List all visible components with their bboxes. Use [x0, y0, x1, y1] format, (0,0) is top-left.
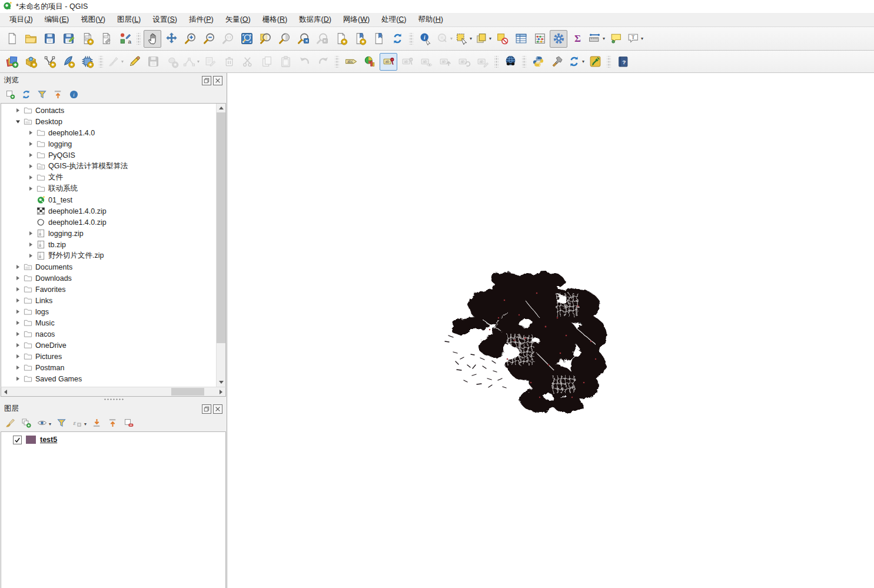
layer-visibility-checkbox[interactable]	[13, 436, 22, 444]
panel-splitter[interactable]	[0, 397, 227, 401]
processing-toolbox-button[interactable]	[550, 30, 567, 48]
show-spatial-bookmarks-button[interactable]	[370, 30, 387, 48]
tree-item[interactable]: 联动系统	[1, 183, 216, 194]
menu-raster[interactable]: 栅格(R)	[257, 13, 293, 26]
zoom-in-button[interactable]	[181, 30, 199, 48]
manage-map-themes-button[interactable]: ▾	[36, 417, 51, 430]
menu-processing[interactable]: 处理(C)	[375, 13, 412, 26]
new-geopackage-layer-button[interactable]	[22, 53, 39, 71]
new-print-layout-button[interactable]	[78, 30, 96, 48]
expand-arrow-icon[interactable]	[28, 186, 34, 191]
zoom-to-selection-button[interactable]	[257, 30, 274, 48]
dropdown-arrow-icon[interactable]: ▾	[470, 36, 472, 41]
dropdown-arrow-icon[interactable]: ▾	[489, 36, 491, 41]
pan-to-selection-button[interactable]	[162, 30, 180, 48]
expand-arrow-icon[interactable]	[15, 365, 21, 370]
filter-legend-button[interactable]	[56, 417, 67, 430]
data-source-manager-button[interactable]	[3, 53, 21, 71]
tree-item[interactable]: Links	[1, 295, 216, 306]
tree-item[interactable]: Documents	[1, 261, 216, 273]
dropdown-arrow-icon[interactable]: ▾	[84, 421, 87, 427]
save-project-button[interactable]	[41, 30, 58, 48]
tree-item[interactable]: Music	[1, 317, 216, 328]
collapse-all-button[interactable]	[107, 417, 118, 430]
expand-arrow-icon[interactable]	[28, 242, 34, 247]
properties-widget-button[interactable]: i	[68, 89, 79, 102]
browser-close-icon[interactable]	[213, 76, 222, 85]
menu-web[interactable]: 网络(W)	[337, 13, 375, 26]
plugin-builder-button[interactable]	[548, 53, 566, 71]
new-shapefile-layer-button[interactable]	[41, 53, 58, 71]
refresh-button[interactable]	[21, 89, 32, 102]
style-manager-button[interactable]: a	[116, 30, 134, 48]
tree-item[interactable]: logging.zip	[1, 228, 216, 239]
expand-arrow-icon[interactable]	[28, 253, 34, 258]
layer-diagram-button[interactable]	[361, 53, 378, 71]
add-group-button[interactable]	[21, 417, 32, 430]
text-annotation-button[interactable]: T▾	[626, 30, 644, 48]
plugin-reloader-button[interactable]: ▾	[567, 53, 585, 71]
tree-item[interactable]: logs	[1, 306, 216, 317]
layers-float-icon[interactable]	[202, 404, 211, 414]
map-canvas[interactable]	[227, 73, 874, 588]
show-layout-manager-button[interactable]	[97, 30, 115, 48]
tree-item[interactable]: PyQGIS	[1, 150, 216, 161]
tree-item[interactable]: 野外切片文件.zip	[1, 250, 216, 261]
tree-item[interactable]: Downloads	[1, 273, 216, 284]
expand-arrow-icon[interactable]	[28, 152, 34, 158]
toggle-editing-button[interactable]	[125, 53, 143, 71]
browser-vertical-scrollbar[interactable]	[216, 104, 225, 387]
refresh-map-button[interactable]	[388, 30, 406, 48]
select-by-form-button[interactable]: ▾	[474, 30, 492, 48]
zoom-last-button[interactable]	[294, 30, 312, 48]
dropdown-arrow-icon[interactable]: ▾	[603, 36, 605, 41]
tree-item[interactable]: Desktop	[1, 116, 216, 127]
new-spatial-bookmark-button[interactable]	[351, 30, 368, 48]
menu-settings[interactable]: 设置(S)	[147, 13, 183, 26]
expand-arrow-icon[interactable]	[15, 331, 21, 337]
new-spatialite-layer-button[interactable]	[59, 53, 77, 71]
expand-arrow-icon[interactable]	[15, 298, 21, 303]
layer-row[interactable]: test5	[1, 434, 225, 446]
tree-item[interactable]: deephole1.4.0	[1, 127, 216, 138]
metasearch-button[interactable]	[501, 53, 519, 71]
expand-arrow-icon[interactable]	[28, 141, 34, 147]
tree-item[interactable]: tb.zip	[1, 239, 216, 250]
zoom-full-button[interactable]	[238, 30, 255, 48]
scroll-right-icon[interactable]	[217, 387, 225, 396]
identify-features-button[interactable]: i	[416, 30, 434, 48]
new-virtual-layer-button[interactable]	[78, 53, 96, 71]
browser-horizontal-scrollbar[interactable]	[1, 387, 226, 397]
measure-button[interactable]: ▾	[587, 30, 606, 48]
expand-arrow-icon[interactable]	[15, 309, 21, 314]
dropdown-arrow-icon[interactable]: ▾	[121, 59, 124, 64]
browser-float-icon[interactable]	[202, 76, 211, 85]
zoom-out-button[interactable]	[200, 30, 218, 48]
open-layer-styling-button[interactable]	[5, 417, 16, 430]
menu-edit[interactable]: 编辑(E)	[39, 13, 75, 26]
tree-item[interactable]: Contacts	[1, 105, 216, 116]
tree-item[interactable]: 01_test	[1, 194, 216, 205]
tree-item[interactable]: deephole1.4.0.zip	[1, 205, 216, 217]
menu-plugins[interactable]: 插件(P)	[183, 13, 220, 26]
menu-vector[interactable]: 矢量(O)	[220, 13, 257, 26]
quickmapservices-plugin-button[interactable]	[586, 53, 604, 71]
expand-arrow-icon[interactable]	[15, 108, 21, 113]
collapse-arrow-icon[interactable]	[15, 119, 21, 124]
expand-arrow-icon[interactable]	[15, 275, 21, 281]
menu-help[interactable]: 帮助(H)	[413, 13, 449, 26]
show-pinned-labels-button[interactable]: ab	[380, 53, 397, 71]
expand-all-button[interactable]	[91, 417, 102, 430]
layer-name[interactable]: test5	[40, 436, 57, 444]
filter-by-expression-button[interactable]: ε▾	[72, 417, 87, 430]
python-console-button[interactable]	[529, 53, 547, 71]
remove-layer-button[interactable]	[123, 417, 134, 430]
scroll-left-icon[interactable]	[1, 387, 10, 396]
collapse-all-button[interactable]	[52, 89, 64, 102]
open-attribute-table-button[interactable]	[512, 30, 530, 48]
new-project-button[interactable]	[3, 30, 21, 48]
expand-arrow-icon[interactable]	[28, 130, 34, 135]
tree-item[interactable]: Postman	[1, 362, 216, 373]
scrollbar-thumb[interactable]	[171, 388, 204, 396]
open-project-button[interactable]	[22, 30, 39, 48]
